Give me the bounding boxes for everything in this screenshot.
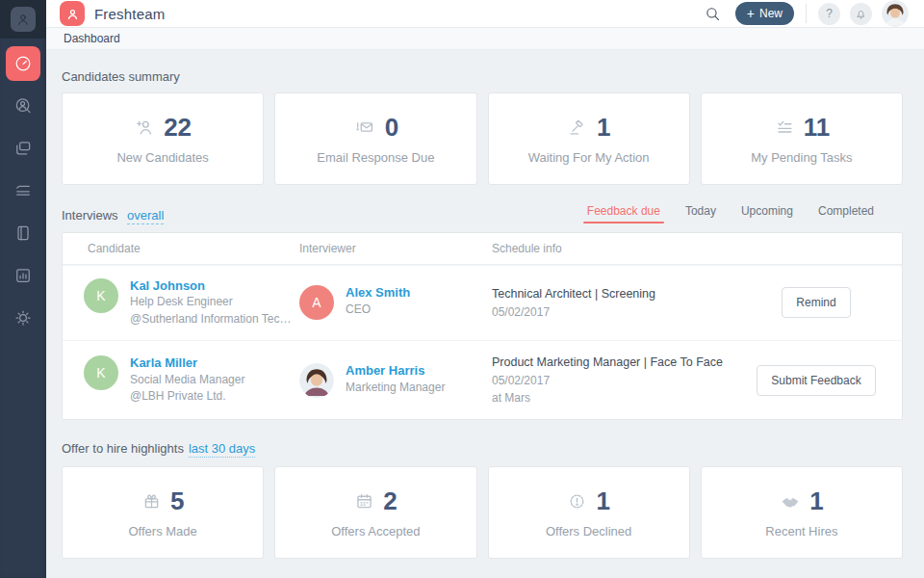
table-header-row: Candidate Interviewer Schedule info xyxy=(63,233,902,265)
stat-card-recent-hires[interactable]: 1 Recent Hires xyxy=(701,466,903,559)
action-cell: Remind xyxy=(731,287,902,318)
sidebar-nav xyxy=(0,39,46,343)
chat-icon xyxy=(13,139,33,158)
gift-icon xyxy=(141,491,162,512)
breadcrumb[interactable]: Dashboard xyxy=(64,32,120,45)
tab-today[interactable]: Today xyxy=(685,204,716,223)
sidebar-item-conversations[interactable] xyxy=(6,131,40,166)
schedule-cell: Product Marketing Manager | Face To Face… xyxy=(492,354,731,407)
sidebar-item-dashboard[interactable] xyxy=(6,46,40,81)
interviewer-avatar: A xyxy=(299,285,334,320)
sidebar-item-library[interactable] xyxy=(6,216,40,250)
sidebar-item-settings[interactable] xyxy=(6,301,40,335)
stat-value: 2 xyxy=(383,486,397,516)
interviewer-cell: Amber Harris Marketing Manager xyxy=(299,363,492,398)
stat-label: New Candidates xyxy=(116,150,208,165)
person-icon xyxy=(15,12,31,27)
stat-card-offers-declined[interactable]: 1 Offers Declined xyxy=(488,466,690,559)
candidate-name-link[interactable]: Kal Johnson xyxy=(130,278,292,295)
candidates-summary-header: Candidates summary xyxy=(62,69,903,84)
gear-icon xyxy=(13,308,33,328)
sidebar-item-candidates[interactable] xyxy=(6,89,40,123)
action-cell: Submit Feedback xyxy=(731,365,902,396)
table-row: K Kal Johnson Help Desk Engineer @Suther… xyxy=(63,265,902,341)
submit-feedback-button[interactable]: Submit Feedback xyxy=(757,365,875,396)
candidate-search-icon xyxy=(13,96,33,116)
section-title: Interviews xyxy=(62,208,118,223)
interviewer-cell: A Alex Smith CEO xyxy=(299,285,492,320)
schedule-date: 05/02/2017 xyxy=(492,303,731,321)
section-title: Offer to hire highlights xyxy=(62,441,184,456)
candidate-name-link[interactable]: Karla Miller xyxy=(130,355,244,372)
stat-card-waiting-for-my-action[interactable]: 1 Waiting For My Action xyxy=(488,92,690,185)
schedule-date: 05/02/2017 xyxy=(492,372,731,389)
stat-label: Email Response Due xyxy=(317,150,434,165)
bell-icon xyxy=(855,8,867,20)
topbar-actions: + New ? xyxy=(701,0,909,27)
interviewer-avatar xyxy=(299,363,334,398)
notebook-icon xyxy=(13,223,33,243)
stat-value: 22 xyxy=(164,113,192,143)
stat-card-my-pending-tasks[interactable]: 11 My Pending Tasks xyxy=(701,92,903,185)
product-switcher[interactable] xyxy=(0,0,46,39)
product-avatar-icon xyxy=(11,7,36,32)
breadcrumb-bar: Dashboard xyxy=(46,28,924,50)
stat-card-new-candidates[interactable]: 22 New Candidates xyxy=(62,92,264,185)
search-button[interactable] xyxy=(701,1,726,26)
user-avatar[interactable] xyxy=(882,0,909,27)
calendar-icon xyxy=(354,491,374,512)
interviews-table: Candidate Interviewer Schedule info K Ka… xyxy=(62,232,903,420)
stat-label: Offers Made xyxy=(128,524,196,539)
plus-icon: + xyxy=(747,7,755,20)
task-list-icon xyxy=(774,117,795,138)
freshteam-logo-icon xyxy=(60,1,85,26)
new-button[interactable]: + New xyxy=(735,2,794,25)
stat-value: 0 xyxy=(385,113,398,143)
interviewer-name-link[interactable]: Alex Smith xyxy=(346,285,410,302)
app-window: Freshteam + New ? xyxy=(0,0,924,578)
interviews-filter-dropdown[interactable]: overall xyxy=(127,208,164,224)
remind-button[interactable]: Remind xyxy=(782,287,850,318)
main-column: Freshteam + New ? xyxy=(46,0,924,578)
stat-card-offers-made[interactable]: 5 Offers Made xyxy=(62,466,264,559)
stat-value: 1 xyxy=(809,486,823,516)
stat-label: Offers Accepted xyxy=(331,524,420,539)
stat-value: 5 xyxy=(170,486,184,516)
tab-completed[interactable]: Completed xyxy=(818,204,874,223)
stat-value: 1 xyxy=(597,113,610,143)
sidebar-item-onboarding[interactable] xyxy=(6,173,40,208)
topbar: Freshteam + New ? xyxy=(46,0,924,28)
schedule-cell: Technical Architect | Screening 05/02/20… xyxy=(492,285,731,321)
table-row: K Karla Miller Social Media Manager @LBH… xyxy=(63,340,902,419)
sidebar xyxy=(0,0,46,578)
candidates-summary-cards: 22 New Candidates 0 Email Response Due xyxy=(62,92,903,185)
col-schedule-info: Schedule info xyxy=(492,233,731,264)
stat-value: 1 xyxy=(596,486,609,516)
user-photo xyxy=(882,0,909,27)
help-button[interactable]: ? xyxy=(818,3,840,25)
interviews-header: Interviews overall Feedback due Today Up… xyxy=(62,204,903,223)
tab-upcoming[interactable]: Upcoming xyxy=(741,204,793,223)
interviewer-role: Marketing Manager xyxy=(346,380,445,396)
brand: Freshteam xyxy=(60,1,166,26)
candidate-role: Social Media Manager xyxy=(130,372,244,388)
stat-card-offers-accepted[interactable]: 2 Offers Accepted xyxy=(274,466,476,559)
sidebar-item-reports[interactable] xyxy=(6,258,40,293)
stat-label: Recent Hires xyxy=(765,524,837,539)
interviews-tabs: Feedback due Today Upcoming Completed xyxy=(587,204,903,223)
tab-feedback-due[interactable]: Feedback due xyxy=(587,204,660,223)
topbar-divider xyxy=(806,4,807,23)
notifications-button[interactable] xyxy=(850,3,872,25)
candidate-avatar: K xyxy=(84,278,118,313)
search-icon xyxy=(705,6,721,22)
stat-card-email-response-due[interactable]: 0 Email Response Due xyxy=(274,92,476,185)
section-title: Candidates summary xyxy=(62,69,180,84)
person-icon xyxy=(65,7,80,21)
candidate-company: @Sutherland Information Technolo... xyxy=(130,311,292,328)
candidate-avatar: K xyxy=(84,355,118,390)
new-button-label: New xyxy=(759,7,783,20)
interviewer-name-link[interactable]: Amber Harris xyxy=(346,363,445,380)
stat-value: 11 xyxy=(804,113,831,143)
schedule-position: Technical Architect | Screening xyxy=(492,285,731,303)
offer-range-dropdown[interactable]: last 30 days xyxy=(189,441,255,458)
